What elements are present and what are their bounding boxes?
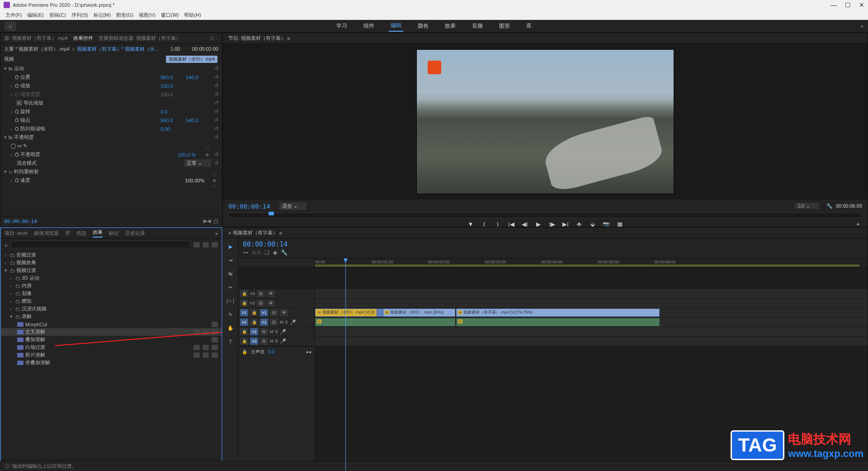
track-lock[interactable]: 🔒 [250,309,258,316]
lift-button[interactable]: ⬘ [575,221,583,227]
marker-button[interactable]: ▼ [467,221,475,227]
clip-v1-c[interactable]: fx视频素材（有字幕）.mp4 [V] [79.79%] [456,309,660,317]
mask-pen-icon[interactable]: ✎ [23,143,27,149]
track-a2[interactable] [315,327,868,337]
timeline-timecode[interactable]: 00:00:00:14 [243,240,863,248]
menu-view[interactable]: 视图(V) [137,12,157,19]
extract-button[interactable]: ⬙ [589,221,597,227]
nav-graphics[interactable]: 图形 [497,21,512,31]
tree-slide[interactable]: 内滑 [22,282,218,289]
effect-dip-white[interactable]: 白场过渡 [25,344,193,351]
opacity-value[interactable]: 100.0 % [178,152,203,157]
transition[interactable] [377,309,383,317]
motion-label[interactable]: 运动 [14,65,211,72]
mic-icon[interactable]: 🎤 [280,338,286,344]
track-lock[interactable]: 🔒 [240,300,248,307]
track-toggle[interactable]: ⊟ [270,319,278,326]
scale-value[interactable]: 100.0 [160,83,186,89]
tree-audio-transitions[interactable]: 音频过渡 [16,252,218,258]
anchor-x[interactable]: 960.0 [160,118,186,123]
menu-sequence[interactable]: 序列(S) [70,12,90,19]
reset-icon[interactable]: ↺ [211,134,218,140]
menu-window[interactable]: 窗口(W) [159,12,181,19]
tree-wipe[interactable]: 划像 [22,290,218,297]
track-toggle[interactable]: ⊟ [270,309,278,316]
filter-32bit-icon[interactable] [203,242,209,247]
source-v1[interactable]: V1 [240,309,248,316]
tab-effects[interactable]: 效果 [93,229,103,238]
tab-media-browser[interactable]: 媒体浏览器 [34,230,59,237]
selection-tool[interactable]: ▶ [226,242,235,251]
clip-v1-b[interactable]: fx视频素材（水印）.mp4 [80%] [383,309,455,317]
clip-v1-a[interactable]: fx视频素材（水印）.mp4 [V] [8 [315,309,378,317]
track-select-tool[interactable]: ⇥ [226,256,235,265]
time-remap-label[interactable]: 时间重映射 [14,168,218,175]
rotation-value[interactable]: 0.0 [160,109,186,114]
track-lock[interactable]: 🔒 [240,338,248,345]
go-to-in-button[interactable]: |◀ [507,221,515,227]
panel-overflow[interactable]: » [215,231,218,236]
marker-icon[interactable]: ❏ [264,249,269,256]
track-a3[interactable] [315,337,868,346]
nav-assembly[interactable]: 组件 [362,21,376,31]
menu-clip[interactable]: 剪辑(C) [47,12,68,19]
nav-audio[interactable]: 音频 [470,21,485,31]
hand-tool[interactable]: ✋ [226,324,235,333]
home-button[interactable]: ⌂ [5,21,16,31]
meter-icon[interactable]: ▸◂ [307,349,311,354]
tab-source[interactable]: 源: 视频素材（有字幕）.mp4 [4,35,68,42]
blend-mode-select[interactable]: 正常 ⌄ [184,159,211,167]
track-v2[interactable] [315,299,868,308]
button-editor[interactable]: + [854,221,862,227]
ripple-edit-tool[interactable]: ↹ [226,269,235,278]
zoom-icon[interactable]: ▶◀ [203,218,211,225]
track-a1[interactable]: fx fx [315,318,868,327]
effect-film-dissolve[interactable]: 胶片溶解 [25,352,193,358]
clip-a1-b[interactable]: fx [456,318,660,326]
track-lock[interactable]: 🔒 [250,319,258,326]
tree-dissolve[interactable]: 溶解 [22,313,218,320]
tree-video-effects[interactable]: 视频效果 [16,259,218,266]
reset-icon[interactable]: ↺ [211,91,218,97]
effect-additive-dissolve[interactable]: 叠加溶解 [25,336,212,343]
workspace-overflow[interactable]: » [861,24,863,29]
track-lock[interactable]: 🔒 [240,328,248,335]
ec-timecode[interactable]: 00:00:00:14 [4,219,37,224]
opacity-label[interactable]: 不透明度 [14,134,211,141]
tab-effect-controls[interactable]: 效果控件 [73,35,93,42]
track-v3[interactable] [315,289,868,299]
target-a1[interactable]: A1 [260,319,268,326]
effect-morphcut[interactable]: MorphCut [25,322,212,327]
wrench-icon[interactable]: 🔧 [826,203,833,209]
track-toggle[interactable]: ⊟ [257,290,265,297]
tree-video-transitions[interactable]: 视频过渡 [16,267,218,274]
track-eye[interactable]: 👁 [267,300,275,307]
effect-non-additive[interactable]: 非叠加溶解 [25,359,218,366]
snap-icon[interactable]: ⊶ [243,249,248,256]
tree-3d-motion[interactable]: 3D 运动 [22,275,218,281]
target-a3[interactable]: A3 [250,338,258,345]
reset-icon[interactable]: ↺ [211,66,218,71]
minimize-button[interactable]: — [830,1,837,9]
filter-accelerated-icon[interactable] [193,242,200,247]
menu-markers[interactable]: 标记(M) [92,12,113,19]
tab-audio-mixer[interactable]: 音频剪辑混合器: 视频素材（有字幕） [99,35,181,42]
nav-learn[interactable]: 学习 [335,21,349,31]
tree-push[interactable]: 擦除 [22,298,218,304]
out-point-button[interactable]: } [494,221,502,227]
anchor-y[interactable]: 540.0 [186,118,211,123]
program-timecode[interactable]: 00:00:00:14 [228,203,270,210]
reset-icon[interactable]: ↺ [211,160,218,166]
source-a1[interactable]: A1 [240,319,248,326]
linked-selection-icon[interactable]: ⊂⊃ [252,249,261,256]
tree-immersive[interactable]: 沉浸式视频 [22,305,218,312]
nav-effects[interactable]: 效果 [443,21,458,31]
panel-menu-icon[interactable]: 凸 [213,218,218,225]
nav-color[interactable]: 颜色 [416,21,430,31]
settings-icon[interactable]: ◆ [273,249,277,256]
reset-icon[interactable]: ↺ [211,83,218,89]
uniform-scale-checkbox[interactable] [17,100,22,105]
master-value[interactable]: 0.0 [268,349,274,354]
close-button[interactable]: ✕ [859,1,864,9]
step-forward-button[interactable]: |▶ [548,221,556,227]
